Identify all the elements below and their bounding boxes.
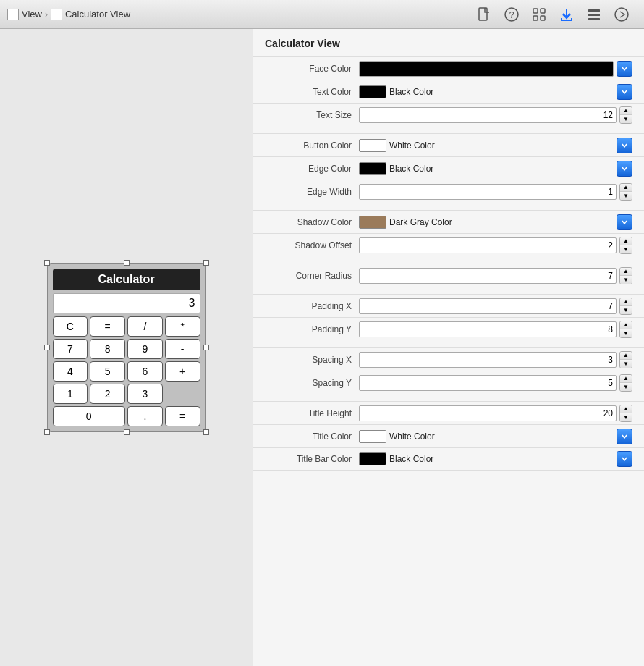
- face-color-input[interactable]: [359, 61, 614, 77]
- text-size-input[interactable]: [359, 107, 617, 123]
- padding-x-down[interactable]: ▼: [620, 306, 632, 314]
- edge-width-down[interactable]: ▼: [620, 192, 632, 200]
- btn-div[interactable]: /: [127, 316, 163, 337]
- text-color-swatch[interactable]: [359, 85, 386, 98]
- btn-3[interactable]: 3: [127, 384, 163, 404]
- title-color-swatch[interactable]: [359, 430, 386, 443]
- btn-eq2[interactable]: =: [165, 406, 200, 426]
- btn-5[interactable]: 5: [90, 361, 125, 382]
- download-icon[interactable]: [559, 7, 575, 22]
- title-height-up[interactable]: ▲: [620, 405, 632, 413]
- list-icon[interactable]: [586, 7, 602, 22]
- shadow-offset-stepper[interactable]: ▲ ▼: [619, 237, 632, 254]
- title-height-stepper[interactable]: ▲ ▼: [619, 405, 632, 422]
- spacer-6: [253, 394, 644, 401]
- edge-width-input[interactable]: [359, 184, 617, 200]
- title-bar-color-dropdown[interactable]: [617, 451, 632, 467]
- btn-sub[interactable]: -: [165, 339, 200, 359]
- edge-color-dropdown[interactable]: [617, 161, 632, 177]
- padding-x-stepper[interactable]: ▲ ▼: [619, 298, 632, 315]
- label-spacing-y: Spacing Y: [265, 378, 359, 388]
- padding-x-input[interactable]: [359, 298, 617, 314]
- handle-tl[interactable]: [44, 260, 50, 266]
- spacing-y-up[interactable]: ▲: [620, 375, 632, 383]
- face-color-dropdown[interactable]: [617, 61, 632, 77]
- calc-title: Calculator: [53, 269, 200, 290]
- file-icon[interactable]: [476, 7, 492, 22]
- btn-0[interactable]: 0: [53, 406, 126, 426]
- title-color-dropdown[interactable]: [617, 429, 632, 444]
- btn-1[interactable]: 1: [53, 384, 88, 404]
- padding-y-stepper[interactable]: ▲ ▼: [619, 321, 632, 338]
- control-edge-width: ▲ ▼: [359, 183, 632, 201]
- handle-bm[interactable]: [124, 429, 130, 435]
- corner-radius-stepper[interactable]: ▲ ▼: [619, 267, 632, 284]
- calc-display: 3: [53, 293, 200, 313]
- padding-y-input[interactable]: [359, 321, 617, 337]
- grid-icon[interactable]: [531, 7, 547, 22]
- text-size-stepper[interactable]: ▲ ▼: [619, 106, 632, 124]
- title-height-down[interactable]: ▼: [620, 413, 632, 421]
- btn-7[interactable]: 7: [53, 339, 88, 359]
- forward-icon[interactable]: [614, 7, 630, 22]
- btn-9[interactable]: 9: [127, 339, 163, 359]
- btn-mul[interactable]: *: [165, 316, 200, 337]
- handle-ml[interactable]: [44, 345, 50, 350]
- padding-y-up[interactable]: ▲: [620, 321, 632, 329]
- edge-width-stepper[interactable]: ▲ ▼: [619, 183, 632, 201]
- svg-rect-4: [541, 9, 545, 13]
- svg-text:?: ?: [509, 9, 514, 20]
- btn-add[interactable]: +: [165, 361, 200, 382]
- spacing-x-stepper[interactable]: ▲ ▼: [619, 351, 632, 368]
- shadow-offset-up[interactable]: ▲: [620, 237, 632, 245]
- spacing-y-down[interactable]: ▼: [620, 383, 632, 391]
- control-spacing-y: ▲ ▼: [359, 374, 632, 392]
- control-title-color: White Color: [359, 429, 632, 444]
- selection-box[interactable]: Calculator 3 C = / * 7 8 9 - 4 5 6 + 1 2: [47, 263, 206, 432]
- edge-color-swatch[interactable]: [359, 162, 386, 175]
- label-spacing-x: Spacing X: [265, 355, 359, 365]
- label-text-size: Text Size: [265, 110, 359, 120]
- btn-6[interactable]: 6: [127, 361, 163, 382]
- shadow-offset-input[interactable]: [359, 237, 617, 253]
- handle-tm[interactable]: [124, 260, 130, 266]
- spacing-y-input[interactable]: [359, 375, 617, 391]
- btn-8[interactable]: 8: [90, 339, 125, 359]
- handle-mr[interactable]: [203, 345, 209, 350]
- spacing-y-stepper[interactable]: ▲ ▼: [619, 374, 632, 392]
- shadow-color-swatch[interactable]: [359, 216, 386, 229]
- btn-2[interactable]: 2: [90, 384, 125, 404]
- btn-dot[interactable]: .: [127, 406, 163, 426]
- help-icon[interactable]: ?: [504, 7, 520, 22]
- shadow-offset-down[interactable]: ▼: [620, 245, 632, 253]
- btn-4[interactable]: 4: [53, 361, 88, 382]
- toolbar-icons: ?: [476, 7, 637, 22]
- button-color-dropdown[interactable]: [617, 138, 632, 153]
- label-button-color: Button Color: [265, 140, 359, 151]
- text-size-up[interactable]: ▲: [620, 107, 632, 115]
- corner-radius-down[interactable]: ▼: [620, 276, 632, 284]
- shadow-color-dropdown[interactable]: [617, 214, 632, 230]
- title-bar-color-label: Black Color: [389, 454, 614, 464]
- edge-width-up[interactable]: ▲: [620, 184, 632, 192]
- title-bar-color-swatch[interactable]: [359, 452, 386, 465]
- spacing-x-up[interactable]: ▲: [620, 352, 632, 360]
- handle-br[interactable]: [203, 429, 209, 435]
- button-color-swatch[interactable]: [359, 139, 386, 152]
- btn-C[interactable]: C: [53, 316, 88, 337]
- spacing-x-input[interactable]: [359, 352, 617, 368]
- calculator-widget: Calculator 3 C = / * 7 8 9 - 4 5 6 + 1 2: [47, 263, 206, 432]
- corner-radius-input[interactable]: [359, 268, 617, 284]
- label-corner-radius: Corner Radius: [265, 271, 359, 281]
- handle-tr[interactable]: [203, 260, 209, 266]
- handle-bl[interactable]: [44, 429, 50, 435]
- btn-eq1[interactable]: =: [90, 316, 125, 337]
- padding-y-down[interactable]: ▼: [620, 329, 632, 337]
- text-size-down[interactable]: ▼: [620, 115, 632, 123]
- padding-x-up[interactable]: ▲: [620, 298, 632, 306]
- title-color-select: White Color: [389, 431, 614, 442]
- spacing-x-down[interactable]: ▼: [620, 360, 632, 368]
- title-height-input[interactable]: [359, 405, 617, 421]
- corner-radius-up[interactable]: ▲: [620, 268, 632, 276]
- text-color-dropdown[interactable]: [617, 84, 632, 100]
